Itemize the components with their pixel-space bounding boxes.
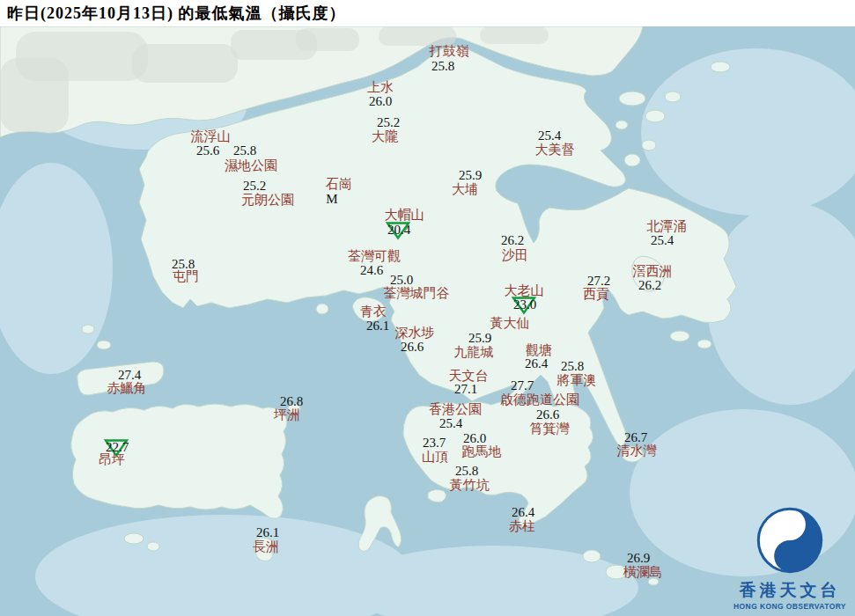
station-name: 荃灣城門谷 (384, 285, 450, 302)
station-name: 荃灣可觀 (348, 248, 401, 265)
station-name: 石崗 (326, 176, 352, 193)
station-name: 觀塘 (526, 342, 552, 359)
station-name: 香港公園 (429, 401, 482, 418)
station-temp: M (326, 192, 337, 207)
station-name: 大帽山 (385, 207, 424, 224)
station-temp: 26.2 (638, 278, 661, 293)
station-name: 坪洲 (274, 407, 300, 423)
station-temp: 25.8 (431, 59, 454, 74)
station-name: 打鼓嶺 (430, 43, 469, 60)
station-name: 青衣 (360, 304, 387, 320)
weather-map-screen: 昨日(2025年10月13日) 的最低氣溫（攝氏度） 25.8打鼓嶺26.0上水… (0, 0, 855, 616)
station-name: 橫瀾島 (623, 564, 663, 581)
station-name: 黃大仙 (490, 315, 530, 332)
station-temp: 25.4 (439, 416, 462, 431)
station-name: 山頂 (422, 449, 448, 466)
station-temp: 25.6 (196, 143, 219, 158)
station-name: 滘西洲 (633, 263, 673, 280)
station-name: 深水埗 (395, 325, 435, 341)
station-temp: 23.0 (513, 297, 536, 312)
station-temp: 26.6 (401, 340, 424, 355)
station-name: 大埔 (452, 181, 478, 198)
station-name: 昂坪 (99, 451, 125, 468)
station-temp: 20.4 (387, 223, 410, 238)
station-name: 清水灣 (617, 443, 657, 459)
stations-layer: 25.8打鼓嶺26.0上水25.6流浮山25.8濕地公園25.2大隴25.4大美… (0, 0, 855, 616)
map-title: 昨日(2025年10月13日) 的最低氣溫（攝氏度） (7, 3, 346, 24)
station-name: 九龍城 (454, 344, 494, 361)
station-temp: 26.1 (366, 319, 389, 334)
station-name: 上水 (367, 79, 394, 96)
station-name: 西貢 (583, 286, 609, 303)
station-name: 赤鱲角 (107, 380, 147, 397)
station-name: 跑馬地 (462, 444, 502, 460)
station-name: 大美督 (535, 142, 575, 158)
hko-logo-chinese-name: 香港天文台 (732, 579, 848, 602)
station-temp: 26.2 (501, 233, 524, 248)
station-temp: 25.8 (233, 143, 256, 158)
hko-logo-icon (756, 507, 823, 574)
station-name: 沙田 (502, 247, 528, 264)
station-name: 北潭涌 (647, 218, 687, 235)
station-temp: 26.0 (369, 94, 392, 109)
hko-logo-english-name: HONG KONG OBSERVATORY (732, 602, 848, 611)
station-name: 將軍澳 (557, 372, 597, 389)
station-name: 黃竹坑 (450, 477, 490, 494)
station-name: 元朗公園 (241, 192, 294, 209)
station-name: 筲箕灣 (530, 421, 570, 437)
station-name: 長洲 (253, 539, 279, 555)
station-name: 啟德跑道公園 (500, 392, 579, 408)
station-name: 赤柱 (509, 518, 535, 535)
station-name: 大老山 (505, 282, 544, 299)
station-name: 屯門 (173, 268, 199, 285)
hko-logo: 香港天文台 HONG KONG OBSERVATORY (732, 507, 848, 611)
station-name: 大隴 (372, 128, 398, 145)
station-temp: 24.6 (360, 263, 383, 278)
station-name: 流浮山 (191, 128, 231, 145)
station-name: 天文台 (449, 368, 489, 385)
title-bar: 昨日(2025年10月13日) 的最低氣溫（攝氏度） (0, 0, 855, 26)
station-name: 濕地公園 (225, 158, 277, 174)
station-temp: 25.4 (651, 233, 674, 248)
